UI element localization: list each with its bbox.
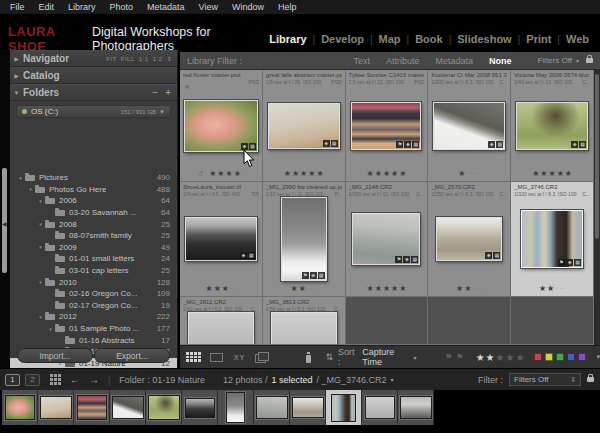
rotate-left-icon[interactable]: ↺ — [197, 170, 203, 178]
cell-star-rating[interactable]: ↺★★★★· — [180, 170, 262, 178]
folder-row-03-20-savannah-[interactable]: 03-20 Savannah ...64 — [10, 207, 177, 219]
photo-thumbnail[interactable]: ⚑◈▦ — [352, 213, 420, 265]
flag-badge-icon[interactable]: ⚑ — [395, 256, 402, 263]
crop-badge-icon[interactable]: ▦ — [331, 140, 338, 147]
photo-cell[interactable]: Victoria May 2006 0574 blur...1/40 sec a… — [511, 70, 594, 182]
menu-item-view[interactable]: View — [192, 2, 225, 12]
folder-row-2008[interactable]: ▾200825 — [10, 218, 177, 230]
folder-row-08-07smith-family[interactable]: 08-07smith family25 — [10, 230, 177, 242]
cell-star-rating[interactable]: ★★··· — [263, 285, 345, 293]
filter-option-metadata[interactable]: Metadata — [435, 56, 473, 66]
folder-row-01-16-abstracts[interactable]: 01-16 Abstracts17 — [10, 334, 177, 346]
folder-row-01-sample-photo-[interactable]: ▾01 Sample Photo ...177 — [10, 323, 177, 335]
compare-view-button[interactable]: XY — [231, 350, 249, 364]
color-label-chip-0[interactable] — [534, 353, 542, 361]
crop-badge-icon[interactable]: ▦ — [411, 256, 418, 263]
folder-row-03-01-cap-letters[interactable]: 03-01 cap letters25 — [10, 265, 177, 277]
photo-thumbnail[interactable] — [188, 312, 254, 345]
painter-tool-button[interactable] — [305, 352, 311, 363]
filter-lock-icon[interactable] — [586, 58, 593, 63]
photo-cell[interactable]: _MG_3813.CR21/50 sec at f / 6.3, ISO 100… — [263, 297, 346, 345]
keyword-badge-icon[interactable]: ◈ — [488, 141, 495, 148]
photo-cell[interactable]: _MG_2148.CR21/320 sec at f / 11, ISO 100… — [346, 182, 429, 297]
sort-direction-button[interactable]: ⇅ — [326, 352, 334, 362]
crop-badge-icon[interactable]: ▦ — [248, 252, 255, 259]
add-folder-button[interactable]: + — [165, 87, 171, 98]
color-label-chip-2[interactable] — [556, 353, 564, 361]
keyword-badge-icon[interactable]: ◈ — [404, 141, 411, 148]
crop-badge-icon[interactable]: ▦ — [574, 259, 581, 266]
module-library[interactable]: Library — [263, 33, 312, 45]
flag-badge-icon[interactable]: ⚑ — [302, 272, 309, 279]
photo-thumbnail[interactable]: ⚑◈▦ — [351, 102, 421, 150]
star-icon[interactable]: ★ — [506, 352, 515, 363]
zoom-option-1:1[interactable]: 1:1 — [139, 56, 149, 62]
keyword-badge-icon[interactable]: ◈ — [310, 272, 317, 279]
zoom-option-fill[interactable]: FILL — [121, 56, 135, 62]
filmstrip-thumb-birch-trees[interactable] — [326, 390, 362, 425]
loupe-view-button[interactable] — [208, 350, 226, 364]
current-folder-label[interactable]: Folder : 01-19 Nature — [119, 375, 205, 385]
star-icon[interactable]: ★ — [486, 352, 495, 363]
photo-thumbnail[interactable]: ◈▦ — [185, 217, 257, 261]
crop-badge-icon[interactable]: ▦ — [579, 141, 586, 148]
filter-option-text[interactable]: Text — [353, 56, 370, 66]
navigator-panel-header[interactable]: ▶ Navigator FITFILL1:11:2⇕ — [10, 50, 177, 67]
second-window-button[interactable]: 2 — [25, 374, 40, 386]
photo-thumbnail[interactable]: ◈▦ — [433, 102, 505, 150]
panel-collapse-strip[interactable]: ◀ — [0, 50, 10, 368]
photo-cell[interactable]: great falls abstract master.psd1/8 sec a… — [263, 70, 346, 182]
menu-item-window[interactable]: Window — [225, 2, 271, 12]
crop-badge-icon[interactable]: ▦ — [412, 141, 419, 148]
cell-star-rating[interactable]: ★★··· — [511, 285, 593, 293]
flag-badge-icon[interactable]: ⚑ — [396, 141, 403, 148]
cell-star-rating[interactable]: ★★··· — [428, 285, 510, 293]
cell-star-rating[interactable]: ★···· — [428, 170, 510, 178]
zoom-option-fit[interactable]: FIT — [106, 56, 117, 62]
keyword-badge-icon[interactable]: ◈ — [323, 140, 330, 147]
folder-row-01-01-small-letters[interactable]: 01-01 small letters24 — [10, 253, 177, 265]
photo-cell[interactable]: _MG_3746.CR21/320 sec at f / 6.3, ISO 10… — [511, 182, 594, 297]
crop-badge-icon[interactable]: ▦ — [496, 141, 503, 148]
go-to-grid-icon[interactable] — [50, 374, 61, 385]
remove-folder-button[interactable]: − — [152, 87, 158, 98]
folder-row-2006[interactable]: ▾200664 — [10, 195, 177, 207]
zoom-option-1:2[interactable]: 1:2 — [153, 56, 163, 62]
grid-scrollbar[interactable] — [594, 70, 600, 345]
menu-item-library[interactable]: Library — [61, 2, 103, 12]
filmstrip-thumb-stormy-sea[interactable] — [398, 390, 434, 425]
filmstrip-thumb-grass-tree[interactable] — [146, 390, 182, 425]
filmstrip-thumb-red-stripes[interactable] — [74, 390, 110, 425]
keyword-badge-icon[interactable]: ◈ — [566, 259, 573, 266]
filmstrip-thumb-mountains[interactable] — [290, 390, 326, 425]
catalog-panel-header[interactable]: ▶ Catalog — [10, 67, 177, 84]
crop-badge-icon[interactable]: ▦ — [493, 252, 500, 259]
filter-option-attribute[interactable]: Attribute — [386, 56, 420, 66]
grid-scrollbar-thumb[interactable] — [595, 74, 599, 239]
filmstrip-thumb-rocks-snow[interactable] — [110, 390, 146, 425]
photo-thumbnail[interactable]: ◈▦ — [516, 102, 588, 150]
navigator-zoom-options[interactable]: FITFILL1:11:2⇕ — [106, 55, 172, 62]
folder-row-2012[interactable]: ▾2012222 — [10, 311, 177, 323]
module-slideshow[interactable]: Slideshow — [451, 33, 517, 45]
filmstrip-filter-lock-icon[interactable] — [587, 377, 594, 382]
filmstrip-thumb-beige-abstract[interactable] — [38, 390, 74, 425]
filmstrip-filter-dropdown[interactable]: Filters Off ⇕ — [509, 373, 581, 386]
star-icon[interactable]: ★ — [496, 352, 505, 363]
filter-option-none[interactable]: None — [489, 56, 512, 66]
photo-cell[interactable]: _MG_3811.CR21/50 sec at f / 6.3, ISO 100… — [180, 297, 263, 345]
filmstrip-thumb-clouds[interactable] — [362, 390, 398, 425]
star-icon[interactable]: ★ — [516, 352, 525, 363]
photo-thumbnail[interactable]: ◈▦ — [268, 103, 340, 149]
photo-thumbnail[interactable]: ◈▦ — [184, 100, 258, 152]
cell-star-rating[interactable]: ★★★·· — [180, 285, 262, 293]
folder-row-02-16-oregon-co-[interactable]: 02-16 Oregon Co...109 — [10, 288, 177, 300]
menu-item-edit[interactable]: Edit — [32, 2, 62, 12]
next-photo-arrow[interactable]: → — [89, 375, 99, 385]
folder-row-02-17-oregon-co-[interactable]: 02-17 Oregon Co...19 — [10, 300, 177, 312]
filmstrip-thumb-flower[interactable] — [2, 390, 38, 425]
photo-thumbnail[interactable]: ◈▦ — [436, 217, 502, 261]
module-print[interactable]: Print — [520, 33, 557, 45]
module-web[interactable]: Web — [560, 33, 595, 45]
export-button[interactable]: Export... — [94, 348, 170, 363]
